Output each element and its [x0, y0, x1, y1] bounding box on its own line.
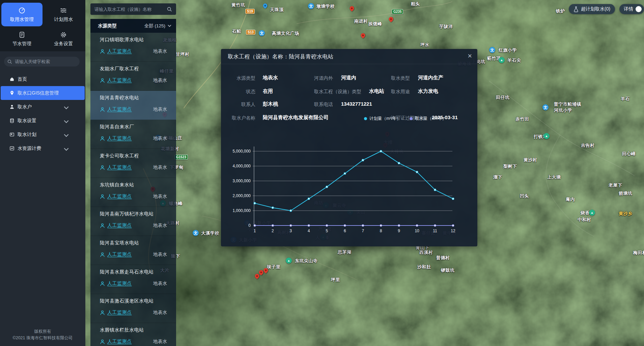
school-marker[interactable]: 文	[489, 47, 495, 53]
water-source-type: 地表水	[153, 281, 167, 287]
map-label: 坪里	[331, 277, 340, 282]
field-value: 地表水	[263, 74, 278, 81]
facility-list-item[interactable]: 友能水厂取水工程 人工监测点 地表水	[90, 62, 176, 91]
monitor-type-link[interactable]: 人工监测点	[107, 135, 132, 141]
svg-text:4,000,000: 4,000,000	[233, 164, 251, 168]
facility-list-item[interactable]: 水唇镇水栏肚水电站 人工监测点 地表水	[90, 323, 176, 346]
field-value: 彭木桃	[263, 100, 278, 108]
map-label: 大溪学校	[201, 231, 219, 235]
facility-search-input[interactable]	[94, 7, 167, 12]
billing-icon	[9, 146, 15, 151]
sidebar-search-input[interactable]	[15, 59, 76, 64]
facility-name: 东坑镇自来水站	[100, 182, 167, 188]
user-icon	[9, 104, 15, 109]
school-marker[interactable]: 文	[259, 30, 265, 36]
field-label: 联系电话	[314, 101, 333, 108]
chevron-down-icon	[64, 133, 69, 138]
peak-marker[interactable]: ▲	[543, 133, 550, 139]
monitor-type-link[interactable]: 人工监测点	[107, 222, 132, 229]
field-value: 水电站	[369, 87, 384, 95]
app-tile-water-saving[interactable]: 节水管理	[1, 27, 43, 51]
facility-list-item[interactable]: 陆河县宝塔水电站 人工监测点 地表水	[90, 236, 176, 265]
facility-list-item[interactable]: 陆河县激石溪老区水电站 人工监测点 地表水	[90, 294, 176, 323]
peak-marker[interactable]: ▲	[286, 258, 292, 264]
app-tile-water-intake[interactable]: 取用水管理	[1, 3, 43, 26]
sidebar: 取用水管理 计划用水	[0, 0, 85, 346]
sidebar-search-box[interactable]	[4, 57, 80, 66]
menu-item-billing[interactable]: 水资源计费	[0, 141, 85, 155]
water-source-type: 地表水	[153, 251, 167, 258]
map-label: 石船	[232, 29, 241, 33]
school-marker[interactable]: 文	[542, 104, 549, 110]
legend-dot	[364, 117, 367, 120]
map-label: 普德村	[436, 256, 450, 260]
facility-search-box[interactable]	[90, 3, 176, 15]
gauge-icon	[18, 7, 26, 14]
database-icon	[9, 118, 15, 123]
monitor-type-link[interactable]: 人工监测点	[107, 281, 132, 287]
monitor-type-link[interactable]: 人工监测点	[107, 164, 132, 170]
svg-text:6: 6	[344, 229, 346, 233]
school-marker[interactable]: 文	[308, 3, 314, 9]
facility-list-item[interactable]: 陆河县青硿水电站 人工监测点 地表水	[90, 91, 176, 120]
source-type-header: 水源类型	[98, 23, 117, 29]
app-root: 黄竹坑天珠顶墩塘学校粗头南进村挨饿峰芋陂洋铁炉石船高塘文化广场龙颈根甘坪村峰仔里…	[0, 0, 644, 346]
facility-list-item[interactable]: 陆河县自来水厂 人工监测点 地表水	[90, 120, 176, 149]
svg-text:1,000,000: 1,000,000	[233, 208, 251, 213]
legend-item[interactable]: 计划量（m³/年）	[364, 116, 401, 122]
person-icon	[100, 281, 105, 286]
legend-item[interactable]: 取水量（m³/年）	[410, 116, 446, 122]
gear-icon	[60, 31, 67, 38]
monitor-type-link[interactable]: 人工监测点	[107, 106, 132, 112]
school-marker[interactable]: 文	[193, 230, 199, 236]
dialog-title: 取水工程（设施）名称：陆河县青硿水电站	[228, 53, 334, 60]
svg-text:0: 0	[248, 223, 251, 228]
monitor-type-link[interactable]: 人工监测点	[107, 251, 132, 258]
menu-item-home[interactable]: 首页	[0, 72, 85, 86]
svg-text:3,000,000: 3,000,000	[233, 179, 251, 183]
detail-toggle-pill[interactable]: 详情	[619, 4, 644, 14]
facility-list-item[interactable]: 陆河县水唇走马石水电站 人工监测点 地表水	[90, 265, 176, 294]
facility-name: 河口镇唱歌潭水电站	[100, 37, 167, 43]
over-plan-intake-badge[interactable]: 超计划取水(0)	[569, 4, 615, 14]
map-label: 梅田村	[633, 250, 644, 255]
app-tile-planned-water[interactable]: 计划用水	[43, 3, 84, 26]
facility-list-item[interactable]: 河口镇唱歌潭水电站 人工监测点 地表水	[90, 33, 176, 62]
map-label: 上大塘	[547, 175, 561, 179]
sidebar-menu: 首页 取水口GIS信息管理 取水户	[0, 72, 85, 155]
monitor-type-link[interactable]: 人工监测点	[107, 310, 132, 316]
map-label: 凹头	[520, 194, 529, 198]
facility-list-item[interactable]: 东坑镇自来水站 人工监测点 地表水	[90, 178, 176, 207]
source-type-filter[interactable]: 全部 (125)	[144, 23, 171, 29]
facility-list-item[interactable]: 麦卡公司取水工程 人工监测点 地表水	[90, 149, 176, 178]
app-tile-settings[interactable]: 业务设置	[43, 27, 84, 51]
menu-item-gis-management[interactable]: 取水口GIS信息管理	[1, 86, 85, 100]
facility-list-item[interactable]: 陆河县南万镇杞洋水电站 人工监测点 地表水	[90, 207, 176, 236]
svg-text:12: 12	[451, 229, 455, 233]
water-source-type: 地表水	[153, 193, 167, 199]
svg-text:3: 3	[290, 229, 292, 233]
monitor-type-link[interactable]: 人工监测点	[107, 48, 132, 54]
menu-item-intake-plan[interactable]: 取水计划	[0, 128, 85, 141]
peak-marker[interactable]: ▲	[499, 57, 505, 63]
monitor-type-link[interactable]: 人工监测点	[107, 339, 132, 345]
water-source-type: 地表水	[153, 222, 167, 229]
search-icon[interactable]	[167, 7, 172, 12]
person-icon	[100, 223, 105, 228]
map-label: 田心嶂	[622, 152, 636, 156]
peak-marker[interactable]: ▲	[589, 210, 595, 216]
map-label: 墩塘学校	[316, 4, 335, 8]
monitor-type-link[interactable]: 人工监测点	[107, 193, 132, 199]
map-label: 高塘文化广场	[272, 31, 299, 35]
field-label: 状态	[231, 88, 255, 95]
water-source-type: 地表水	[153, 339, 167, 345]
svg-text:5,000,000: 5,000,000	[233, 149, 251, 154]
monitor-type-link[interactable]: 人工监测点	[107, 77, 132, 83]
close-icon[interactable]: ×	[468, 51, 472, 61]
field-label: 河道内外	[314, 75, 333, 81]
menu-item-water-users[interactable]: 取水户	[0, 100, 85, 114]
svg-text:8: 8	[380, 229, 382, 233]
map-label: 河坑小学	[554, 108, 572, 112]
detail-toggle[interactable]	[636, 6, 642, 12]
menu-item-intake-settings[interactable]: 取水设置	[0, 114, 85, 128]
